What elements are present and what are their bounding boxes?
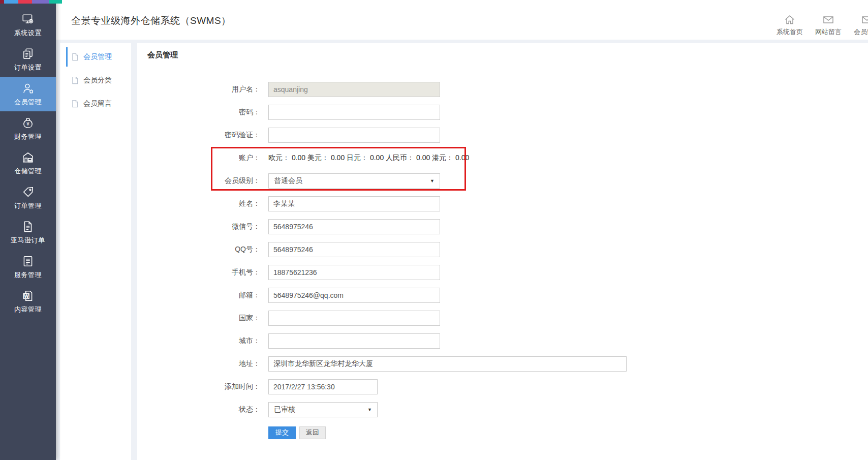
sidebar-item-amazon-orders[interactable]: 亚马逊订单 xyxy=(0,215,56,250)
email-input[interactable] xyxy=(268,288,440,303)
quick-link-site-messages[interactable]: 网站留言 xyxy=(813,14,844,37)
subnav-item-label: 会员留言 xyxy=(83,99,112,108)
member-management-icon xyxy=(21,82,35,95)
form-row-qq: QQ号： xyxy=(137,242,868,257)
secondary-sidebar: 会员管理 会员分类 会员留言 xyxy=(60,43,131,460)
status-label: 状态： xyxy=(137,405,264,414)
member-level-value: 普通会员 xyxy=(274,176,302,186)
city-input[interactable] xyxy=(268,333,440,349)
submit-button[interactable]: 提交 xyxy=(268,426,296,439)
member-level-label: 会员级别： xyxy=(137,176,264,186)
form-row-account: 账户： 欧元： 0.00 美元： 0.00 日元： 0.00 人民币： 0.00… xyxy=(137,150,868,166)
sidebar-item-label: 订单管理 xyxy=(0,201,56,210)
account-balances: 欧元： 0.00 美元： 0.00 日元： 0.00 人民币： 0.00 港元：… xyxy=(268,154,469,163)
mobile-input[interactable] xyxy=(268,265,440,280)
qq-input[interactable] xyxy=(268,242,440,257)
form-row-actions: 提交 返回 xyxy=(137,425,868,440)
sidebar-item-member-management[interactable]: 会员管理 xyxy=(0,77,56,111)
form-row-wechat: 微信号： xyxy=(137,219,868,234)
strip-segment xyxy=(32,0,49,4)
subnav-item-label: 会员管理 xyxy=(83,52,112,62)
dropdown-arrow-icon: ▼ xyxy=(430,178,435,183)
main-content: 会员管理 用户名： 密码： 密码验证： 账户： 欧元： 0.00 美元： 0.0… xyxy=(137,43,868,460)
sidebar-item-label: 服务管理 xyxy=(0,270,56,280)
back-button[interactable]: 返回 xyxy=(299,426,326,439)
sidebar-item-warehouse-management[interactable]: 仓储管理 xyxy=(0,146,56,180)
decorative-color-strip xyxy=(0,0,62,4)
sidebar-item-label: 系统设置 xyxy=(0,28,56,38)
system-settings-icon xyxy=(21,13,35,26)
subnav-item-member-management[interactable]: 会员管理 xyxy=(60,47,131,67)
form-row-country: 国家： xyxy=(137,311,868,326)
sidebar-item-label: 订单设置 xyxy=(0,63,56,72)
address-label: 地址： xyxy=(137,359,264,369)
page-title: 会员管理 xyxy=(137,43,868,67)
wechat-input[interactable] xyxy=(268,219,440,234)
password-input[interactable] xyxy=(268,105,440,120)
quick-link-label: 会员留言 xyxy=(852,27,868,37)
form-row-password: 密码： xyxy=(137,105,868,120)
address-input[interactable] xyxy=(268,356,627,372)
mail-icon xyxy=(822,14,834,26)
quick-link-system-home[interactable]: 系统首页 xyxy=(774,14,805,37)
sidebar-item-order-settings[interactable]: 订单设置 xyxy=(0,42,56,77)
dropdown-arrow-icon: ▼ xyxy=(367,407,372,412)
email-label: 邮箱： xyxy=(137,291,264,300)
page-icon xyxy=(71,76,79,84)
sidebar-item-system-settings[interactable]: 系统设置 xyxy=(0,8,56,42)
form-row-city: 城市： xyxy=(137,333,868,349)
order-settings-icon xyxy=(21,47,35,60)
created-at-input[interactable] xyxy=(268,379,378,394)
member-level-select[interactable]: 普通会员 ▼ xyxy=(268,173,440,189)
app-title: 全景专业级海外仓储系统（SWMS） xyxy=(71,14,231,27)
subnav-item-member-messages[interactable]: 会员留言 xyxy=(60,94,131,113)
sidebar-item-service-management[interactable]: 服务管理 xyxy=(0,250,56,284)
subnav-item-member-category[interactable]: 会员分类 xyxy=(60,71,131,90)
form-row-member-level: 会员级别： 普通会员 ▼ xyxy=(137,173,868,189)
sidebar-item-label: 会员管理 xyxy=(0,98,56,107)
sidebar-item-label: 内容管理 xyxy=(0,305,56,314)
home-icon xyxy=(784,14,796,26)
warehouse-icon xyxy=(21,151,35,164)
strip-segment xyxy=(18,0,32,4)
page-icon xyxy=(71,100,79,108)
name-input[interactable] xyxy=(268,196,440,211)
status-select[interactable]: 已审核 ▼ xyxy=(268,402,378,417)
order-management-icon xyxy=(21,186,35,199)
subnav-item-label: 会员分类 xyxy=(83,76,112,85)
sidebar-item-content-management[interactable]: W 内容管理 xyxy=(0,284,56,319)
sidebar-item-label: 财务管理 xyxy=(0,132,56,141)
sidebar-item-order-management[interactable]: 订单管理 xyxy=(0,180,56,215)
member-edit-form: 用户名： 密码： 密码验证： 账户： 欧元： 0.00 美元： 0.00 日元：… xyxy=(137,67,868,440)
sidebar-item-label: 仓储管理 xyxy=(0,167,56,176)
password-confirm-input[interactable] xyxy=(268,128,440,143)
wechat-label: 微信号： xyxy=(137,222,264,231)
quick-link-label: 网站留言 xyxy=(813,27,844,37)
created-at-label: 添加时间： xyxy=(137,382,264,391)
account-label: 账户： xyxy=(137,154,264,163)
password-confirm-label: 密码验证： xyxy=(137,131,264,140)
sidebar-menu: 系统设置 订单设置 会员管理 ¥ 财务管理 xyxy=(0,8,56,319)
country-input[interactable] xyxy=(268,311,440,326)
header-quick-links: 系统首页 网站留言 会员留言 xyxy=(774,14,868,37)
status-value: 已审核 xyxy=(274,405,295,414)
strip-segment xyxy=(4,0,18,4)
form-row-email: 邮箱： xyxy=(137,288,868,303)
name-label: 姓名： xyxy=(137,199,264,208)
finance-icon: ¥ xyxy=(21,116,35,130)
strip-segment xyxy=(0,0,4,4)
main-sidebar: 系统设置 订单设置 会员管理 ¥ 财务管理 xyxy=(0,0,56,460)
svg-text:W: W xyxy=(24,294,29,299)
quick-link-member-messages[interactable]: 会员留言 xyxy=(852,14,868,37)
svg-text:¥: ¥ xyxy=(26,121,29,127)
username-input[interactable] xyxy=(268,82,440,97)
top-header: 全景专业级海外仓储系统（SWMS） 系统首页 网站留言 会员留言 xyxy=(56,0,868,40)
form-row-status: 状态： 已审核 ▼ xyxy=(137,402,868,417)
form-row-name: 姓名： xyxy=(137,196,868,211)
country-label: 国家： xyxy=(137,314,264,323)
amazon-order-icon xyxy=(21,220,35,233)
password-label: 密码： xyxy=(137,108,264,117)
sidebar-item-finance-management[interactable]: ¥ 财务管理 xyxy=(0,111,56,146)
page-icon xyxy=(71,53,79,61)
mail-icon xyxy=(861,14,868,26)
